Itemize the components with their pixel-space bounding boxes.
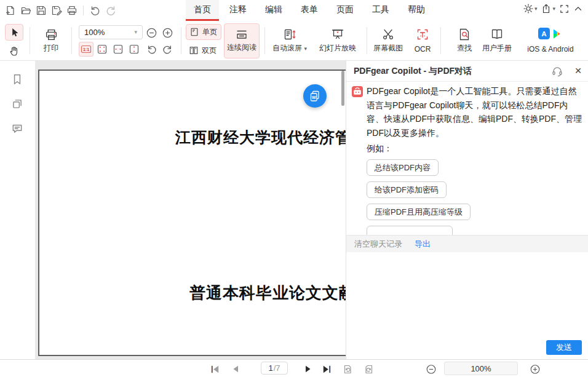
mobile-apps-button[interactable]: A iOS & Android	[517, 23, 584, 58]
chevron-up-icon	[573, 4, 583, 14]
plus-circle-icon	[530, 363, 541, 375]
page-thumbnails-button[interactable]	[11, 98, 25, 111]
print-icon	[66, 5, 77, 16]
previous-page-icon	[231, 364, 240, 374]
tab-form[interactable]: 表单	[293, 0, 326, 21]
copilot-intro-message: PDFgear Copilot是一个人工智能工具。只需要通过自然语言与PDFge…	[367, 84, 582, 140]
export-chat-button[interactable]: 导出	[415, 239, 431, 250]
rotate-right-button[interactable]	[160, 42, 175, 57]
slideshow-button[interactable]: 幻灯片放映	[312, 23, 363, 58]
fit-page-button[interactable]	[95, 42, 109, 57]
tab-annotate[interactable]: 注释	[221, 0, 255, 21]
caret-down-icon: ▾	[552, 6, 555, 12]
status-zoom-value[interactable]: 100%	[444, 362, 518, 375]
user-manual-button[interactable]: 用户手册	[480, 23, 514, 58]
next-page-icon	[303, 364, 313, 374]
screen-capture-button[interactable]: 屏幕截图	[370, 23, 406, 58]
undo-button[interactable]	[87, 3, 103, 18]
rotate-page-right-icon	[364, 364, 374, 375]
quick-access-bar: 首页 注释 编辑 表单 页面 工具 帮助 ▾ ▾	[0, 0, 588, 21]
print-icon	[44, 28, 58, 42]
ocr-button[interactable]: OCR	[408, 23, 437, 58]
first-page-button[interactable]	[209, 363, 220, 375]
rotate-page-right-button[interactable]	[363, 363, 374, 375]
document-view[interactable]: 江西财经大学现代经济管理 普通本科毕业论文文献综述 W	[35, 61, 346, 359]
actual-size-button[interactable]: 1:1	[79, 42, 93, 57]
tab-edit[interactable]: 编辑	[257, 0, 290, 21]
print-button[interactable]: 打印	[34, 23, 68, 58]
open-file-button[interactable]	[18, 3, 33, 18]
auto-scroll-button[interactable]: 自动滚屏 ▾	[269, 23, 310, 58]
book-icon	[490, 28, 504, 41]
chat-input-area[interactable]: 发送	[346, 252, 588, 359]
close-panel-button[interactable]: ×	[570, 63, 586, 79]
zoom-select[interactable]: 100% ▾	[79, 25, 143, 39]
tab-help[interactable]: 帮助	[400, 0, 433, 21]
page-total: /7	[274, 363, 280, 373]
save-icon	[36, 5, 47, 16]
comments-panel-button[interactable]	[11, 122, 25, 136]
fit-height-button[interactable]	[127, 42, 141, 57]
print-label: 打印	[44, 43, 58, 54]
suggestion-compress[interactable]: 压缩PDF且用高压缩等级	[367, 204, 471, 220]
save-button[interactable]	[33, 3, 49, 18]
single-page-label: 单页	[202, 27, 217, 38]
select-tool-button[interactable]	[5, 24, 23, 41]
next-page-button[interactable]	[303, 363, 314, 375]
redo-icon	[105, 5, 116, 16]
last-page-button[interactable]	[321, 363, 332, 375]
fit-width-button[interactable]	[111, 42, 125, 57]
fullscreen-button[interactable]	[559, 4, 570, 14]
save-as-icon	[51, 5, 62, 16]
tab-tools[interactable]: 工具	[364, 0, 397, 21]
suggestion-add-password[interactable]: 给该PDF添加密码	[367, 181, 447, 198]
theme-button[interactable]: ▾	[523, 3, 538, 14]
find-button[interactable]: 查找	[451, 23, 477, 58]
continuous-read-button[interactable]: 连续阅读	[224, 23, 260, 58]
redo-button[interactable]	[103, 3, 118, 18]
bookmarks-panel-button[interactable]	[11, 73, 25, 87]
single-page-button[interactable]: 单页	[186, 24, 221, 40]
sun-icon	[523, 3, 534, 14]
menu-tabs: 首页 注释 编辑 表单 页面 工具 帮助	[185, 0, 434, 21]
minus-circle-icon	[426, 363, 437, 375]
previous-page-button[interactable]	[230, 363, 241, 375]
support-button[interactable]	[551, 65, 563, 77]
double-page-icon	[189, 46, 199, 55]
toolbar-divider	[181, 27, 181, 54]
fullscreen-icon	[559, 4, 570, 14]
rotate-left-icon	[146, 44, 157, 55]
document-scrollbar-thumb[interactable]	[341, 71, 344, 106]
scissors-icon	[381, 28, 395, 41]
hand-tool-button[interactable]	[5, 42, 23, 59]
zoom-value: 100%	[84, 28, 105, 37]
status-zoom-in-button[interactable]	[530, 363, 541, 375]
send-button[interactable]: 发送	[546, 340, 582, 355]
tab-page[interactable]: 页面	[328, 0, 362, 21]
quick-print-button[interactable]	[64, 3, 79, 18]
page-current: 1	[268, 363, 272, 373]
undo-icon	[90, 5, 101, 16]
document-title-line1: 江西财经大学现代经济管理	[175, 127, 346, 148]
rotate-left-button[interactable]	[144, 42, 159, 57]
double-page-button[interactable]: 双页	[186, 42, 221, 58]
copilot-header: PDFgear Copilot - 与PDF对话 ×	[346, 61, 588, 82]
share-button[interactable]: ▾	[541, 3, 555, 14]
save-as-button[interactable]	[49, 3, 64, 18]
suggestion-summarize[interactable]: 总结该PDF内容	[367, 159, 439, 176]
rotate-page-left-button[interactable]	[342, 363, 353, 375]
page-number-input[interactable]: 1 /7	[261, 362, 288, 375]
tab-home[interactable]: 首页	[186, 0, 219, 21]
new-file-button[interactable]	[2, 3, 18, 18]
chevron-down-icon: ▾	[134, 30, 137, 35]
zoom-in-button[interactable]	[161, 26, 173, 39]
toolbar-divider	[367, 27, 367, 54]
clear-history-button[interactable]: 清空聊天记录	[354, 239, 402, 250]
last-page-icon	[322, 364, 332, 375]
status-zoom-out-button[interactable]	[426, 363, 437, 375]
collapse-ribbon-button[interactable]	[573, 4, 583, 14]
convert-to-word-badge[interactable]: W	[303, 84, 327, 108]
pdf-page: 江西财经大学现代经济管理 普通本科毕业论文文献综述	[38, 69, 346, 356]
zoom-out-button[interactable]	[145, 26, 157, 39]
fit-width-icon	[112, 43, 124, 55]
